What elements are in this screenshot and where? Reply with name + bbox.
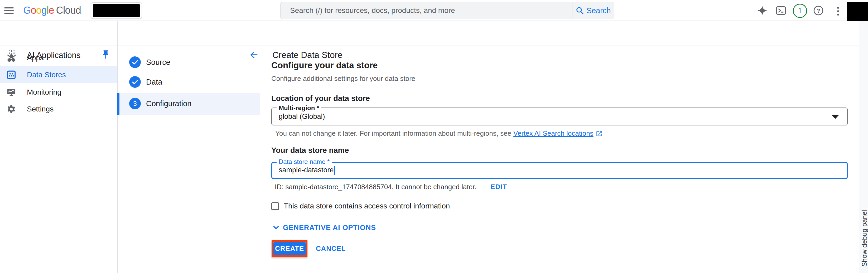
generative-ai-options-toggle[interactable]: GENERATIVE AI OPTIONS	[271, 223, 376, 232]
more-options-icon[interactable]	[834, 6, 842, 16]
step-source[interactable]: Source	[117, 54, 260, 71]
monitoring-icon	[6, 87, 17, 97]
avatar[interactable]	[847, 2, 868, 21]
project-selector[interactable]	[91, 2, 142, 19]
page-header: Create Data Store LEARN	[117, 21, 859, 45]
logo-cloud-text: Cloud	[56, 5, 81, 16]
location-helper-text: You can not change it later. For importa…	[275, 129, 602, 138]
cloud-shell-icon[interactable]	[776, 5, 786, 16]
multi-region-select[interactable]: Multi-region * global (Global)	[271, 107, 848, 126]
data-store-id-text: ID: sample-datastore_1747084885704. It c…	[275, 183, 507, 191]
step-number: 3	[129, 98, 141, 109]
form-title: Configure your data store	[271, 60, 378, 70]
text-cursor	[334, 166, 335, 175]
search-icon	[576, 6, 584, 15]
vertex-ai-search-locations-link[interactable]: Vertex AI Search locations	[514, 129, 593, 138]
access-control-checkbox[interactable]	[271, 202, 279, 210]
step-complete-icon	[129, 57, 141, 68]
notifications-badge[interactable]: 1	[793, 4, 807, 18]
gemini-sparkle-icon[interactable]	[757, 5, 768, 16]
help-icon[interactable]: ?	[813, 5, 824, 16]
search-input[interactable]	[281, 3, 572, 19]
header-divider	[0, 45, 859, 46]
sidebar-item-apps[interactable]: Apps	[0, 49, 117, 66]
multi-region-value: global (Global)	[279, 112, 325, 121]
step-data[interactable]: Data	[117, 73, 260, 91]
data-store-name-field[interactable]: Data store name * sample-datastore	[271, 162, 848, 179]
cancel-button[interactable]: CANCEL	[316, 242, 346, 255]
content-bottom-divider	[0, 269, 859, 269]
menu-icon[interactable]	[4, 6, 14, 15]
chevron-down-icon	[271, 223, 281, 232]
data-store-name-value: sample-datastore	[279, 166, 335, 175]
sidebar-item-settings[interactable]: Settings	[0, 101, 117, 117]
dropdown-caret-icon	[831, 115, 839, 119]
multi-region-label: Multi-region *	[277, 104, 321, 112]
name-section-heading: Your data store name	[271, 146, 349, 155]
create-button-highlight: CREATE	[272, 240, 307, 257]
search-button-label: Search	[587, 6, 611, 15]
page-title: Create Data Store	[272, 50, 342, 60]
data-stores-icon	[6, 70, 17, 80]
create-button[interactable]: CREATE	[273, 242, 306, 255]
global-search-bar[interactable]: Search	[280, 2, 614, 19]
top-bar: GoogleCloud Search 1 ?	[0, 0, 868, 21]
edit-id-button[interactable]: EDIT	[490, 183, 507, 191]
data-store-name-label: Data store name *	[277, 158, 332, 166]
generative-ai-options-label: GENERATIVE AI OPTIONS	[283, 224, 376, 232]
location-section-heading: Location of your data store	[271, 94, 370, 103]
form-subtitle: Configure additional settings for your d…	[271, 75, 415, 83]
notification-count: 1	[798, 7, 802, 15]
show-debug-panel-label: Show debug panel	[860, 210, 868, 267]
stepper-divider	[260, 46, 260, 268]
gear-icon	[6, 104, 17, 114]
access-control-label: This data store contains access control …	[284, 202, 450, 210]
product-header: AI Applications	[0, 21, 117, 45]
search-button[interactable]: Search	[572, 2, 614, 19]
svg-text:?: ?	[816, 7, 820, 14]
external-link-icon	[596, 130, 602, 137]
step-configuration[interactable]: 3 Configuration	[117, 95, 260, 112]
project-name-redacted	[93, 4, 140, 17]
access-control-row[interactable]: This data store contains access control …	[271, 202, 450, 210]
apps-cubes-icon	[6, 53, 17, 63]
step-complete-icon	[129, 76, 141, 88]
google-cloud-logo[interactable]: GoogleCloud	[23, 5, 81, 16]
sidebar-item-monitoring[interactable]: Monitoring	[0, 84, 117, 101]
sidebar-item-data-stores[interactable]: Data Stores	[0, 66, 117, 83]
